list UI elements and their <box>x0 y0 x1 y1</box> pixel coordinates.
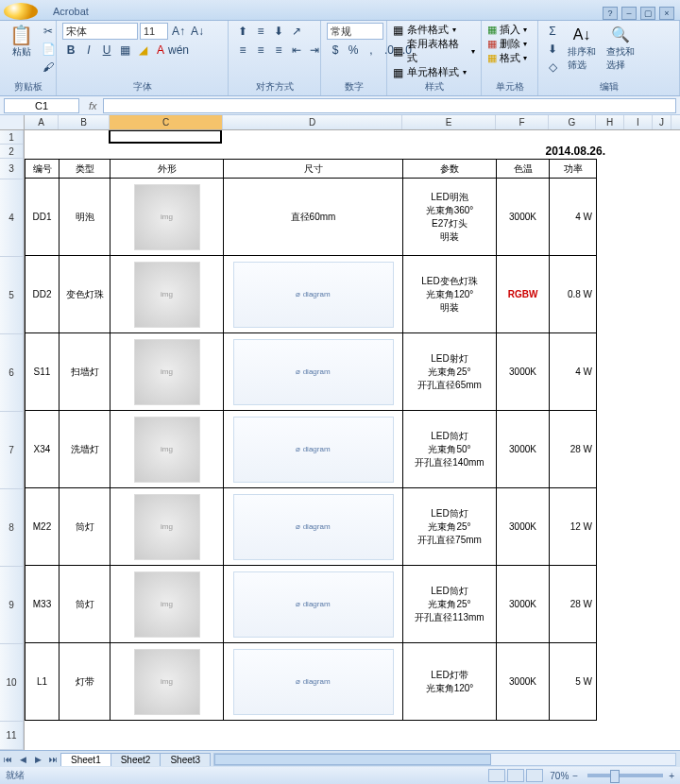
close-icon[interactable]: × <box>659 7 674 20</box>
horizontal-scrollbar[interactable] <box>213 753 676 766</box>
sheet-tab-Sheet2[interactable]: Sheet2 <box>110 753 162 766</box>
orientation-icon[interactable]: ↗ <box>288 23 305 40</box>
page-break-view-button[interactable] <box>526 769 543 782</box>
group-label-font: 字体 <box>62 79 222 94</box>
sheet-tab-Sheet3[interactable]: Sheet3 <box>160 753 211 766</box>
sheet-nav-last[interactable]: ⏭ <box>45 755 60 764</box>
cut-icon[interactable]: ✂ <box>40 23 57 40</box>
find-select-button[interactable]: 🔍 查找和 选择 <box>603 23 638 74</box>
row-header-7[interactable]: 7 <box>0 412 24 489</box>
cells-area[interactable]: 2014.08.26. 编号类型外形尺寸参数色温功率DD1明泡img直径60mm… <box>25 130 680 750</box>
zoom-in-button[interactable]: + <box>669 771 674 781</box>
office-button[interactable] <box>4 3 38 20</box>
insert-button[interactable]: ▦插入▾ <box>487 23 527 37</box>
restore-icon[interactable]: ▢ <box>640 7 655 20</box>
zoom-slider[interactable] <box>587 774 663 777</box>
align-middle-icon[interactable]: ≡ <box>252 23 269 40</box>
table-format-button[interactable]: ▦套用表格格式▾ <box>393 37 475 65</box>
align-left-icon[interactable]: ≡ <box>234 42 251 59</box>
currency-icon[interactable]: $ <box>327 42 344 59</box>
col-header-H[interactable]: H <box>596 115 624 129</box>
delete-button[interactable]: ▦删除▾ <box>487 37 527 51</box>
select-all-corner[interactable] <box>0 115 25 129</box>
col-header-I[interactable]: I <box>624 115 653 129</box>
row-header-3[interactable]: 3 <box>0 159 24 179</box>
clear-icon[interactable]: ◇ <box>544 59 561 76</box>
minimize-icon[interactable]: – <box>621 7 637 20</box>
ribbon: 📋 粘贴 ✂ 📄 🖌 剪贴板 A↑ A↓ B I U ▦ <box>0 21 680 96</box>
paste-icon: 📋 <box>9 25 33 45</box>
row-header-1[interactable]: 1 <box>0 130 24 145</box>
status-bar: 就绪 70% − + <box>0 767 680 784</box>
sheet-nav-first[interactable]: ⏮ <box>0 755 15 764</box>
align-bottom-icon[interactable]: ⬇ <box>270 23 287 40</box>
cell-style-button[interactable]: ▦单元格样式▾ <box>393 65 467 79</box>
group-editing: Σ ⬇ ◇ A↓ 排序和 筛选 🔍 查找和 选择 编辑 <box>538 21 680 95</box>
cell-id: DD2 <box>26 256 60 333</box>
row-header-10[interactable]: 10 <box>0 644 24 722</box>
cell-param: LED灯带 光束角120° <box>403 643 497 721</box>
page-layout-view-button[interactable] <box>507 769 524 782</box>
bold-icon[interactable]: B <box>62 42 79 59</box>
format-painter-icon[interactable]: 🖌 <box>40 59 57 76</box>
fill-icon[interactable]: ⬇ <box>544 41 561 58</box>
sheet-nav-prev[interactable]: ◀ <box>15 755 30 764</box>
sort-filter-button[interactable]: A↓ 排序和 筛选 <box>564 23 600 74</box>
row-header-2[interactable]: 2 <box>0 145 24 159</box>
row-header-4[interactable]: 4 <box>0 179 24 257</box>
cell-id: X34 <box>26 411 60 488</box>
align-right-icon[interactable]: ≡ <box>270 42 287 59</box>
row-header-8[interactable]: 8 <box>0 489 24 567</box>
font-size-select[interactable] <box>140 23 168 40</box>
align-top-icon[interactable]: ⬆ <box>234 23 251 40</box>
percent-icon[interactable]: % <box>345 42 362 59</box>
col-header-C[interactable]: C <box>110 115 223 129</box>
formula-bar-row: C1 fx <box>0 96 680 115</box>
col-header-A[interactable]: A <box>25 115 59 129</box>
cell-temp: RGBW <box>497 256 550 333</box>
increase-font-icon[interactable]: A↑ <box>170 23 187 40</box>
cell-type: 筒灯 <box>60 566 110 643</box>
tab-Acrobat[interactable]: Acrobat <box>43 3 104 20</box>
col-header-F[interactable]: F <box>496 115 549 129</box>
fill-color-icon[interactable]: ◢ <box>134 42 151 59</box>
cell-type: 洗墙灯 <box>60 411 110 488</box>
col-header-B[interactable]: B <box>59 115 110 129</box>
phonetic-icon[interactable]: wén <box>170 42 187 59</box>
row-header-6[interactable]: 6 <box>0 334 24 412</box>
col-header-J[interactable]: J <box>653 115 672 129</box>
border-icon[interactable]: ▦ <box>116 42 133 59</box>
format-button[interactable]: ▦格式▾ <box>487 51 527 65</box>
col-header-E[interactable]: E <box>402 115 496 129</box>
row-header-9[interactable]: 9 <box>0 567 24 644</box>
font-color-icon[interactable]: A <box>152 42 169 59</box>
italic-icon[interactable]: I <box>80 42 97 59</box>
underline-icon[interactable]: U <box>98 42 115 59</box>
number-format-select[interactable] <box>327 23 383 40</box>
group-styles: ▦条件格式▾ ▦套用表格格式▾ ▦单元格样式▾ 样式 <box>387 21 482 95</box>
normal-view-button[interactable] <box>488 769 505 782</box>
indent-dec-icon[interactable]: ⇤ <box>288 42 305 59</box>
font-name-select[interactable] <box>62 23 138 40</box>
copy-icon[interactable]: 📄 <box>40 41 57 58</box>
sheet-nav-next[interactable]: ▶ <box>30 755 45 764</box>
conditional-format-button[interactable]: ▦条件格式▾ <box>393 23 456 37</box>
name-box[interactable]: C1 <box>4 98 79 113</box>
decrease-font-icon[interactable]: A↓ <box>189 23 206 40</box>
formula-bar[interactable] <box>103 98 676 113</box>
help-icon[interactable]: ? <box>603 7 618 20</box>
col-header-G[interactable]: G <box>549 115 596 129</box>
table-row: M22筒灯img⌀ diagramLED筒灯 光束角25° 开孔直径75mm30… <box>26 488 597 566</box>
fx-icon[interactable]: fx <box>83 100 103 111</box>
autosum-icon[interactable]: Σ <box>544 23 561 40</box>
cell-type: 扫墙灯 <box>60 333 110 411</box>
col-header-D[interactable]: D <box>223 115 402 129</box>
zoom-level[interactable]: 70% <box>550 771 569 781</box>
align-center-icon[interactable]: ≡ <box>252 42 269 59</box>
sheet-tab-Sheet1[interactable]: Sheet1 <box>60 753 111 766</box>
paste-button[interactable]: 📋 粘贴 <box>6 23 37 60</box>
row-header-5[interactable]: 5 <box>0 257 24 334</box>
zoom-out-button[interactable]: − <box>572 771 578 781</box>
row-header-11[interactable]: 11 <box>0 722 24 750</box>
comma-icon[interactable]: , <box>363 42 380 59</box>
